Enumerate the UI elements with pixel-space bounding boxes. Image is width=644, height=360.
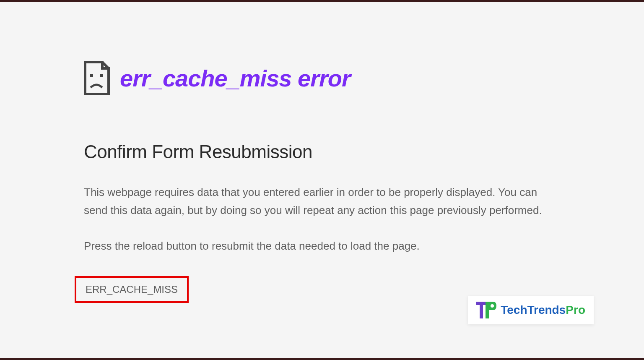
logo-text-main: TechTrends — [501, 303, 566, 316]
header-row: err_cache_miss error — [84, 61, 562, 95]
svg-rect-0 — [90, 74, 93, 77]
svg-rect-1 — [100, 74, 103, 77]
logo-text: TechTrendsPro — [501, 303, 585, 317]
logo-mark-icon — [476, 301, 496, 319]
svg-point-5 — [491, 304, 494, 308]
overlay-title: err_cache_miss error — [120, 65, 351, 92]
sad-file-icon — [84, 61, 110, 95]
error-code: ERR_CACHE_MISS — [86, 284, 178, 295]
error-body-1: This webpage requires data that you ente… — [84, 183, 549, 219]
logo-text-suffix: Pro — [566, 303, 585, 316]
error-code-highlight-box: ERR_CACHE_MISS — [75, 276, 189, 303]
svg-rect-3 — [480, 302, 483, 318]
error-page-content: err_cache_miss error Confirm Form Resubm… — [0, 2, 562, 303]
svg-rect-4 — [486, 302, 489, 318]
watermark-logo: TechTrendsPro — [468, 296, 594, 324]
error-body-2: Press the reload button to resubmit the … — [84, 237, 549, 255]
error-heading: Confirm Form Resubmission — [84, 141, 562, 162]
